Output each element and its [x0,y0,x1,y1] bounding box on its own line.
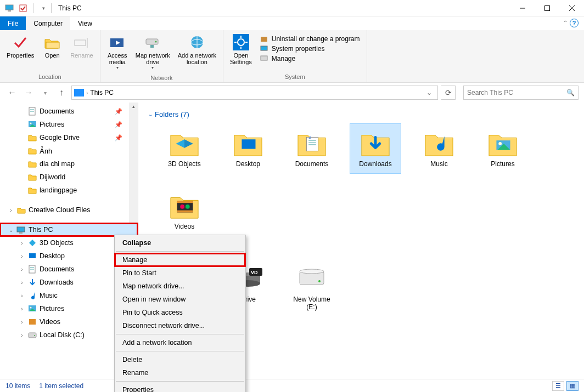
tab-computer[interactable]: Computer [26,16,70,30]
recent-dropdown[interactable]: ▾ [38,86,52,99]
tab-view[interactable]: View [70,16,100,30]
svg-marker-35 [29,240,36,246]
tree-quick-item[interactable]: Documents📌 [0,105,138,118]
context-menu-item[interactable]: Manage [115,253,245,266]
uninstall-program-button[interactable]: Uninstall or change a program [260,35,360,43]
tree-quick-item[interactable]: Dijiworld [0,171,138,184]
folder-item[interactable]: 3D Objects [159,124,210,173]
add-network-location-button[interactable]: Add a network location [175,32,220,66]
monitor-small-icon [260,44,268,53]
system-properties-button[interactable]: System properties [260,44,360,53]
svg-rect-24 [261,37,267,42]
ribbon-group-network: Access media ▾ Map network drive ▾ Add a… [100,30,223,82]
forward-button: → [22,86,35,99]
chevron-right-icon[interactable]: › [19,266,25,272]
chevron-right-icon[interactable]: › [19,319,25,325]
tree-quick-item[interactable]: Google Drive📌 [0,131,138,144]
tree-quick-item[interactable]: dia chi map [0,157,138,171]
folder-item[interactable]: Downloads [350,124,401,173]
up-button[interactable]: ↑ [55,86,68,99]
context-menu-item[interactable]: Add a network location [115,336,245,349]
title-divider [51,3,52,13]
folder-item[interactable]: Desktop [223,124,273,173]
breadcrumb[interactable]: This PC [90,89,114,96]
tab-file[interactable]: File [0,16,26,30]
quick-access-toolbar: ▾ [4,3,49,14]
map-drive-button[interactable]: Map network drive ▾ [132,32,173,71]
drive-item[interactable]: New Volume (E:) [287,259,337,316]
context-menu-item[interactable]: Properties [115,383,245,392]
open-settings-button[interactable]: Open Settings [227,32,255,66]
folder-open-icon [43,33,61,51]
context-menu-item[interactable]: Pin to Start [115,266,245,280]
svg-rect-26 [261,56,267,60]
svg-rect-14 [150,45,154,48]
box-icon [260,35,268,43]
svg-rect-7 [46,42,59,48]
tree-quick-item[interactable]: Pictures📌 [0,118,138,131]
folder-item[interactable]: Videos [159,186,210,236]
svg-rect-58 [177,201,193,203]
svg-rect-8 [75,40,86,46]
close-button[interactable] [559,0,584,16]
folder-icon [167,190,202,220]
chevron-right-icon[interactable]: › [19,332,25,338]
refresh-button[interactable]: ⟳ [441,86,456,100]
context-menu-item[interactable]: Map network drive... [115,280,245,293]
folder-icon [27,146,37,155]
context-menu-item[interactable]: Pin to Quick access [115,306,245,319]
search-input[interactable]: Search This PC 🔍 [463,86,579,100]
svg-rect-4 [544,5,549,10]
gear-icon [232,33,250,51]
folder-item[interactable]: Pictures [478,124,528,173]
icons-view-button[interactable]: ▦ [566,381,579,391]
context-menu-item[interactable]: Delete [115,353,245,366]
svg-rect-36 [29,253,36,258]
context-menu-item[interactable]: Collapse [115,236,245,249]
chevron-right-icon[interactable]: › [19,293,25,299]
pic-icon [27,304,37,313]
address-dropdown-icon[interactable]: ⌄ [423,89,435,96]
chevron-right-icon[interactable]: › [19,280,25,286]
details-view-button[interactable]: ☰ [552,381,564,391]
access-media-button[interactable]: Access media ▾ [104,32,131,71]
chevron-right-icon[interactable]: › [19,240,25,246]
tree-quick-item[interactable]: landingpage [0,184,138,197]
folders-section-header[interactable]: ⌄ Folders (7) [148,110,574,118]
help-icon[interactable]: ? [570,19,579,27]
tree-quick-item[interactable]: Ảnh [0,144,138,157]
open-button[interactable]: Open [38,32,66,60]
collapse-ribbon-icon[interactable]: ⌃ [563,20,568,26]
tree-creative-cloud[interactable]: › Creative Cloud Files [0,203,138,217]
address-bar[interactable]: › This PC ⌄ [71,86,438,100]
context-menu-item[interactable]: Disconnect network drive... [115,319,245,332]
window-controls [510,0,584,16]
properties-qat-icon[interactable] [18,3,29,14]
chevron-right-icon[interactable]: › [86,90,88,96]
chevron-right-icon[interactable]: › [19,306,25,312]
minimize-button[interactable] [510,0,535,16]
manage-button[interactable]: Manage [260,54,360,63]
qat-dropdown-icon[interactable]: ▾ [38,3,49,14]
svg-rect-1 [8,10,11,12]
svg-rect-0 [5,5,13,10]
chevron-right-icon[interactable]: › [19,253,25,259]
chevron-right-icon[interactable]: › [8,207,14,213]
system-small-buttons: Uninstall or change a program System pro… [256,32,363,65]
context-menu-item[interactable]: Open in new window [115,293,245,306]
context-menu-item[interactable]: Rename [115,366,245,379]
svg-point-31 [30,123,32,124]
maximize-button[interactable] [535,0,559,16]
svg-point-71 [318,280,321,282]
folder-item[interactable]: ADocuments [287,124,337,173]
folder-item[interactable]: Music [414,124,464,173]
ribbon: Properties Open Rename Location Access m… [0,30,584,83]
status-bar: 10 items 1 item selected ☰ ▦ [0,379,584,392]
group-label-location: Location [0,72,100,82]
chevron-down-icon[interactable]: ⌄ [8,227,14,233]
rename-icon [73,33,91,51]
back-button[interactable]: ← [5,86,19,99]
drive-icon [294,263,329,293]
properties-button[interactable]: Properties [3,32,37,60]
folder-icon [422,127,457,158]
